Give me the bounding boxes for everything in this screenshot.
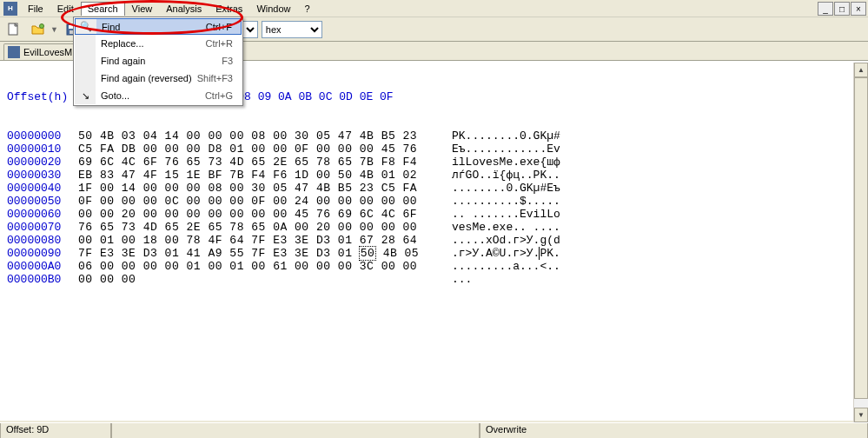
hex-row[interactable]: 00000010C5 FA DB 00 00 00 D8 01 00 00 0F… [7, 143, 861, 156]
hex-bytes[interactable]: EB 83 47 4F 15 1E BF 7B F4 F6 1D 00 50 4… [78, 169, 434, 182]
menu-item-label: Goto... [96, 90, 205, 101]
menu-view[interactable]: View [125, 2, 160, 16]
file-tab[interactable]: EvilLovesM [3, 43, 82, 60]
scroll-up-button[interactable]: ▲ [854, 63, 868, 77]
menu-item-find-again-reversed-[interactable]: Find again (reversed)Shift+F3 [75, 70, 242, 87]
hex-row[interactable]: 000000401F 00 14 00 00 00 08 00 30 05 47… [7, 182, 861, 195]
menu-help[interactable]: ? [298, 2, 317, 16]
hex-ascii[interactable]: Еъ............Ev [452, 143, 560, 156]
hex-bytes[interactable]: 00 01 00 18 00 78 4F 64 7F E3 3E D3 01 6… [78, 234, 434, 247]
app-icon: H [3, 2, 17, 16]
new-file-button[interactable] [3, 20, 24, 39]
hex-offset: 00000030 [7, 169, 78, 182]
hex-ascii[interactable]: .....xOd.г>У.g(d [452, 234, 560, 247]
open-file-button[interactable] [28, 20, 49, 39]
hex-bytes[interactable]: 00 00 20 00 00 00 00 00 00 00 45 76 69 6… [78, 208, 434, 221]
open-folder-icon [31, 23, 45, 36]
menu-item-shortcut: F3 [222, 56, 242, 66]
hex-offset: 00000050 [7, 195, 78, 208]
hex-bytes[interactable]: 69 6C 4C 6F 76 65 73 4D 65 2E 65 78 65 7… [78, 156, 434, 169]
hex-bytes[interactable]: 7F E3 3E D3 01 41 A9 55 7F E3 3E D3 01 5… [78, 247, 434, 260]
hex-offset: 000000B0 [7, 273, 78, 286]
hex-offset: 00000010 [7, 143, 78, 156]
hex-ascii[interactable]: PK........0.GKµ# [452, 129, 560, 143]
menu-item-replace-[interactable]: Replace...Ctrl+R [75, 35, 242, 52]
menu-item-goto-[interactable]: ↘Goto...Ctrl+G [75, 87, 242, 104]
hex-offset: 00000090 [7, 247, 78, 260]
hex-offset: 00000020 [7, 156, 78, 169]
window-controls: _ □ × [818, 2, 866, 16]
menu-item-icon [75, 35, 96, 52]
menu-item-shortcut: Ctrl+R [206, 38, 242, 49]
dropdown-arrow-icon[interactable]: ▼ [50, 25, 58, 34]
menu-extras[interactable]: Extras [209, 2, 249, 16]
hex-bytes[interactable]: C5 FA DB 00 00 00 D8 01 00 00 0F 00 00 0… [78, 143, 434, 156]
hex-offset: 00000060 [7, 208, 78, 221]
status-middle [111, 423, 480, 438]
scroll-thumb[interactable] [854, 77, 868, 399]
hex-offset: 00000080 [7, 234, 78, 247]
vertical-scrollbar[interactable]: ▲ ▼ [853, 63, 868, 422]
hex-bytes[interactable]: 50 4B 03 04 14 00 00 00 08 00 30 05 47 4… [78, 129, 434, 143]
hex-offset: 00000000 [7, 129, 78, 143]
menu-item-label: Replace... [96, 38, 206, 49]
menu-item-find[interactable]: 🔍FindCtrl+F [75, 18, 242, 35]
hex-bytes[interactable]: 00 00 00 [78, 273, 434, 286]
hex-offset: 000000A0 [7, 260, 78, 273]
hex-row[interactable]: 000000B000 00 00... [7, 273, 861, 286]
menu-item-icon: 🔍 [76, 19, 96, 34]
hex-row[interactable]: 000000A006 00 00 00 00 01 00 01 00 61 00… [7, 260, 861, 273]
maximize-button[interactable]: □ [834, 2, 850, 16]
menu-edit[interactable]: Edit [50, 2, 81, 16]
menu-window[interactable]: Window [249, 2, 297, 16]
hex-offset: 00000070 [7, 221, 78, 234]
menu-item-shortcut: Ctrl+G [205, 90, 242, 101]
hex-ascii[interactable]: ilLovesMe.exe{шф [452, 156, 560, 169]
search-menu-dropdown: 🔍FindCtrl+FReplace...Ctrl+RFind againF3F… [73, 17, 243, 106]
hex-ascii[interactable]: vesMe.exe.. .... [452, 221, 560, 234]
hex-ascii[interactable]: .........a...<.. [452, 260, 560, 273]
menu-item-shortcut: Shift+F3 [197, 73, 242, 83]
menubar: H File Edit Search View Analysis Extras … [0, 0, 868, 17]
close-button[interactable]: × [851, 2, 866, 16]
hex-ascii[interactable]: ........0.GKµ#Еъ [452, 182, 560, 195]
minimize-button[interactable]: _ [818, 2, 833, 16]
hex-row[interactable]: 0000008000 01 00 18 00 78 4F 64 7F E3 3E… [7, 234, 861, 247]
hex-editor[interactable]: Offset(h) 00 01 02 03 04 05 06 07 08 09 … [0, 61, 868, 421]
hex-ascii[interactable]: .г>У.A©U.г>У.PK. [452, 247, 560, 260]
hex-row[interactable]: 0000007076 65 73 4D 65 2E 65 78 65 0A 00… [7, 221, 861, 234]
scroll-down-button[interactable]: ▼ [854, 408, 868, 422]
menu-item-shortcut: Ctrl+F [206, 22, 241, 32]
hex-bytes[interactable]: 0F 00 00 00 0C 00 00 00 0F 00 24 00 00 0… [78, 195, 434, 208]
hex-bytes[interactable]: 1F 00 14 00 00 00 08 00 30 05 47 4B B5 2… [78, 182, 434, 195]
hex-row[interactable]: 0000006000 00 20 00 00 00 00 00 00 00 45… [7, 208, 861, 221]
hex-ascii[interactable]: лѓGO..ї{фц..PK.. [452, 169, 560, 182]
display-mode-select[interactable]: hexdecoct [262, 21, 322, 38]
hex-ascii[interactable]: .. .......EvilLo [452, 208, 560, 221]
status-offset: Offset: 9D [0, 423, 111, 438]
menu-analysis[interactable]: Analysis [159, 2, 209, 16]
tab-title: EvilLovesM [23, 47, 72, 57]
hex-row[interactable]: 0000002069 6C 4C 6F 76 65 73 4D 65 2E 65… [7, 156, 861, 169]
menu-search[interactable]: Search [81, 2, 125, 16]
menu-item-icon [75, 70, 96, 87]
menu-item-label: Find [96, 22, 206, 32]
hex-row[interactable]: 00000030EB 83 47 4F 15 1E BF 7B F4 F6 1D… [7, 169, 861, 182]
hex-row[interactable]: 000000500F 00 00 00 0C 00 00 00 0F 00 24… [7, 195, 861, 208]
statusbar: Offset: 9D Overwrite [0, 422, 868, 438]
status-mode: Overwrite [480, 423, 868, 438]
menu-file[interactable]: File [21, 2, 50, 16]
file-icon [8, 46, 20, 58]
hex-row[interactable]: 000000907F E3 3E D3 01 41 A9 55 7F E3 3E… [7, 247, 861, 260]
chevron-up-icon: ▲ [858, 66, 865, 74]
hex-row[interactable]: 0000000050 4B 03 04 14 00 00 00 08 00 30… [7, 129, 861, 143]
hex-ascii[interactable]: ... [452, 273, 472, 286]
menu-item-find-again[interactable]: Find againF3 [75, 52, 242, 70]
hex-bytes[interactable]: 76 65 73 4D 65 2E 65 78 65 0A 00 20 00 0… [78, 221, 434, 234]
hex-offset: 00000040 [7, 182, 78, 195]
chevron-down-icon: ▼ [858, 411, 865, 419]
hex-ascii[interactable]: ..........$..... [452, 195, 560, 208]
hex-bytes[interactable]: 06 00 00 00 00 01 00 01 00 61 00 00 00 3… [78, 260, 434, 273]
menu-item-icon [75, 52, 96, 70]
menu-item-icon: ↘ [75, 87, 96, 104]
